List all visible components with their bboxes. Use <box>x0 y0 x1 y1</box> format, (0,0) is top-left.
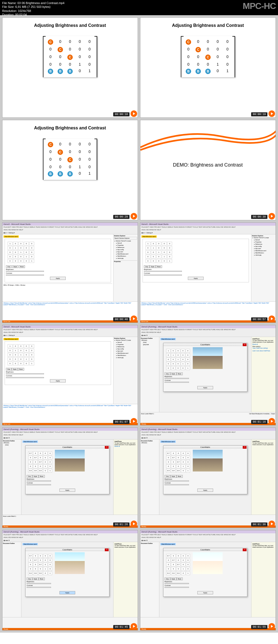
thumbnail[interactable]: Adjusting Brightness and Contrast C00000… <box>2 17 138 118</box>
thumbnail[interactable]: Demo5 (Running) - Microsoft Visual Studi… <box>140 325 276 425</box>
play-icon[interactable] <box>268 315 275 322</box>
play-icon[interactable] <box>131 521 137 527</box>
duration: 00:02:04 <box>15 13 27 16</box>
thumbnail[interactable]: DEMO: Brightness and Contrast 00:00:38 <box>140 120 276 220</box>
solution-explorer[interactable]: Solution Explorer Search Solution Explor… <box>113 234 138 301</box>
play-icon[interactable] <box>268 623 275 630</box>
contrast-label: Contrast <box>6 272 110 274</box>
colormatrix-app[interactable]: ColorMatrix✕ 1000001000001000001000001 G… <box>163 343 247 392</box>
play-icon[interactable] <box>131 110 137 117</box>
play-icon[interactable] <box>131 418 137 425</box>
play-icon[interactable] <box>131 315 137 322</box>
preview-image <box>193 347 223 369</box>
color-matrix: C00000C00000C0000010BBB01 <box>43 36 97 77</box>
apply-button[interactable]: Apply <box>50 277 65 280</box>
color-matrix: C00000C00000C0000010BBB01 <box>181 36 235 77</box>
timestamp: 00:01:45 <box>113 625 129 629</box>
thumbnail[interactable]: Adjusting Brightness and Contrast C00000… <box>2 120 138 220</box>
thumbnail[interactable]: Demo5 (Running) - Microsoft Visual Studi… <box>2 530 138 630</box>
intellitrace-panel: IntelliTrace To view IntelliTrace data, … <box>251 337 276 412</box>
timestamp: 00:00:19 <box>251 112 267 116</box>
play-icon[interactable] <box>268 213 275 219</box>
vs-menubar: FILE EDIT VIEW PROJECT BUILD DEBUG TEAM … <box>2 226 138 228</box>
vs-window: Demo5 - Microsoft Visual Studio FILE EDI… <box>2 325 138 425</box>
thumbnail[interactable]: Demo5 (Running) - Microsoft Visual Studi… <box>140 530 276 630</box>
resolution: 1024x768 <box>18 9 31 12</box>
timestamp: 00:00:29 <box>113 215 129 219</box>
timestamp: 00:01:16 <box>251 420 267 424</box>
thumbnail[interactable]: Demo5 (Running) - Microsoft Visual Studi… <box>140 428 276 528</box>
color-matrix: C00000C00000C0000010BBB01 <box>43 139 97 180</box>
timestamp: 00:00:48 <box>113 317 129 321</box>
vs-toolbar: ◉ ▸ ▪ ▫ Debug ▾ <box>2 231 138 234</box>
slide-title: Adjusting Brightness and Contrast <box>2 18 138 31</box>
thumbnail[interactable]: Demo5 - Microsoft Visual Studio FILE EDI… <box>140 222 276 323</box>
thumbnail[interactable]: Demo5 (Running) - Microsoft Visual Studi… <box>2 428 138 528</box>
matrix-input[interactable]: 1000001000001000001000001 <box>7 241 35 263</box>
timestamp: 00:00:38 <box>251 215 267 219</box>
file-size: 6,91 MB (7 251 503 bytes) <box>15 5 50 8</box>
matrix-input[interactable]: 1000001000001000001000001 <box>145 241 173 263</box>
play-icon[interactable] <box>268 110 275 117</box>
vs-window: Demo5 - Microsoft Visual Studio FILE EDI… <box>140 223 276 323</box>
slide-title: Adjusting Brightness and Contrast <box>2 120 138 133</box>
tab-mainwindow[interactable]: MainWindow.xaml <box>4 235 19 238</box>
file-name: 03 06 Brightness and Contrast.mp4 <box>17 1 64 5</box>
vs-titlebar: Demo5 - Microsoft Visual Studio <box>2 223 138 226</box>
play-icon[interactable] <box>131 213 137 219</box>
reset-button[interactable]: Reset <box>19 265 25 268</box>
thumbnail-grid: Adjusting Brightness and Contrast C00000… <box>0 15 278 633</box>
timestamp: 00:01:36 <box>251 522 267 527</box>
thumbnail[interactable]: Adjusting Brightness and Contrast C00000… <box>140 17 276 118</box>
timestamp: 00:00:57 <box>251 317 267 321</box>
close-icon[interactable]: ✕ <box>243 343 247 346</box>
slide-title: Adjusting Brightness and Contrast <box>140 18 276 31</box>
app-logo: MPC-HC <box>243 1 276 11</box>
vs-window: Demo5 - Microsoft Visual Studio FILE EDI… <box>2 223 138 323</box>
brightness-slider[interactable] <box>6 271 44 272</box>
document-outline[interactable]: Document Outline [Window] [Grid] graysca… <box>140 337 159 412</box>
timestamp: 00:01:07 <box>113 420 129 424</box>
play-icon[interactable] <box>131 623 137 630</box>
demo-title: DEMO: Brightness and Contrast <box>173 162 243 168</box>
timestamp: 00:01:26 <box>113 522 129 527</box>
swoosh-graphic <box>140 126 276 158</box>
play-icon[interactable] <box>268 418 275 425</box>
sepia-button[interactable]: Sepia <box>12 265 18 268</box>
timestamp: 00:00:10 <box>113 112 129 116</box>
brightness-label: Brightness <box>6 269 110 270</box>
timestamp: 00:01:55 <box>251 625 267 629</box>
gray-button[interactable]: Gray <box>6 265 12 268</box>
header-bar: File Name: 03 06 Brightness and Contrast… <box>0 0 278 15</box>
app-titlebar[interactable]: ColorMatrix✕ <box>163 343 247 346</box>
matrix-input[interactable]: 1000001000001000001000001 <box>7 344 35 366</box>
matrix-input[interactable]: 1000001000001000001000001 <box>166 348 191 371</box>
play-icon[interactable] <box>268 521 275 527</box>
thumbnail[interactable]: Demo5 - Microsoft Visual Studio FILE EDI… <box>2 222 138 323</box>
thumbnail[interactable]: Demo5 - Microsoft Visual Studio FILE EDI… <box>2 325 138 425</box>
